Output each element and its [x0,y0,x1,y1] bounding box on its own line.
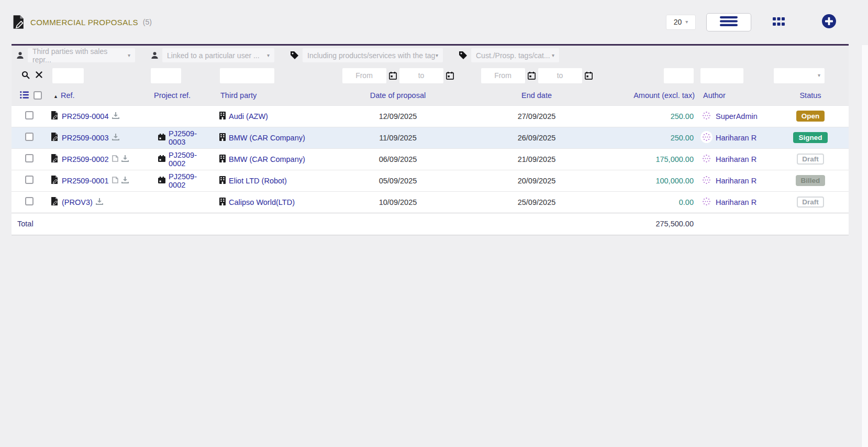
search-author-input[interactable] [700,68,743,83]
proposal-ref-link[interactable]: PR2509-0002 [62,155,109,163]
author-link[interactable]: Hariharan R [716,198,756,206]
author-link[interactable]: Hariharan R [716,134,756,142]
project-icon [158,134,165,142]
author-link[interactable]: Hariharan R [716,177,756,185]
filter-product-tag[interactable]: Including products/services with the tag… [303,48,443,62]
search-amount-input[interactable] [664,68,694,83]
row-checkbox[interactable] [25,176,34,184]
download-icon[interactable] [112,112,119,121]
project-ref-link[interactable]: PJ2509-0003 [169,129,202,146]
proposal-ref-link[interactable]: PR2509-0004 [62,112,109,121]
chevron-down-icon: ▾ [685,19,688,25]
project-ref-link[interactable]: PJ2509-0002 [169,172,202,189]
column-header-project-label: Project ref. [154,91,191,100]
calendar-icon[interactable] [446,72,454,80]
search-ref-input[interactable] [52,68,84,83]
row-checkbox[interactable] [25,133,34,141]
plus-icon [822,14,836,30]
row-checkbox[interactable] [25,154,34,162]
third-party-link[interactable]: Eliot LTD (Robot) [229,177,287,185]
kanban-view-button[interactable] [773,17,785,27]
avatar [700,110,713,123]
amount-excl-tax: 100,000.00 [605,170,696,191]
amount-excl-tax: 250.00 [605,105,696,127]
top-controls: 20 ▾ [666,13,836,31]
clear-search-icon[interactable] [36,71,42,80]
list-view-button[interactable] [706,13,751,31]
status-badge: Billed [796,175,826,186]
column-header-amount[interactable]: Amount (excl. tax) [605,86,696,105]
column-header-end-date[interactable]: End date [469,86,605,105]
chevron-down-icon: ▾ [818,73,820,78]
download-icon[interactable] [121,155,129,163]
column-header-ref[interactable]: ▲Ref. [47,86,151,105]
building-icon [219,155,226,164]
building-icon [219,176,226,186]
project-link-wrap: PJ2509-0002 [158,172,202,189]
search-status-select[interactable]: ▾ [774,68,825,83]
download-icon[interactable] [121,177,129,185]
proposal-date-to-input[interactable] [399,68,443,83]
proposal-date-from-input[interactable] [342,68,386,83]
proposal-title-icon [13,15,25,29]
total-row: Total 275,500.00 [12,213,849,235]
page-size-select[interactable]: 20 ▾ [666,15,696,30]
select-all-checkbox[interactable] [34,91,42,100]
proposals-table: ▾ ▲Ref. Project ref. Third p [12,65,849,235]
list-fields-icon[interactable] [20,91,29,100]
calendar-icon[interactable] [389,72,397,80]
end-date-to-input[interactable] [538,68,582,83]
column-header-third-party[interactable]: Third party [202,86,327,105]
proposal-ref-link[interactable]: PR2509-0001 [62,177,109,185]
author-link[interactable]: SuperAdmin [716,112,758,121]
create-new-button[interactable] [822,14,836,30]
table-header-row: ▲Ref. Project ref. Third party Date of p… [12,86,849,105]
building-icon [219,112,226,121]
column-header-author[interactable]: Author [696,86,772,105]
sort-asc-icon: ▲ [53,94,58,99]
row-checkbox[interactable] [25,111,34,119]
row-checkbox[interactable] [25,197,34,205]
third-party-link[interactable]: BMW (CAR Company) [229,134,305,142]
project-ref-link[interactable]: PJ2509-0002 [169,151,202,168]
filter-customer-tags[interactable]: Cust./Prosp. tags/cat... ▾ [471,48,559,62]
amount-excl-tax: 0.00 [605,191,696,213]
tag-icon [459,51,468,60]
search-icon[interactable] [21,71,30,81]
calendar-icon[interactable] [585,72,593,80]
proposal-date: 06/09/2025 [327,148,469,170]
column-header-date[interactable]: Date of proposal [327,86,469,105]
avatar [700,174,713,188]
calendar-icon[interactable] [528,72,536,80]
download-icon[interactable] [112,134,119,142]
amount-excl-tax: 250.00 [605,127,696,148]
user-icon [16,51,24,59]
search-third-party-input[interactable] [220,68,274,83]
column-header-status[interactable]: Status [772,86,849,105]
column-header-project[interactable]: Project ref. [151,86,202,105]
proposal-ref-link[interactable]: (PROV3) [62,198,93,206]
total-label: Total [12,213,605,235]
filter-linked-user[interactable]: Linked to a particular user ... ▾ [162,48,274,62]
record-count: (5) [143,18,152,26]
column-header-amount-label: Amount (excl. tax) [633,91,695,100]
proposal-icon [51,154,59,164]
topbar: COMMERCIAL PROPOSALS (5) 20 ▾ [0,0,868,44]
avatar [700,195,713,209]
download-icon[interactable] [96,198,103,206]
author-link[interactable]: Hariharan R [716,155,756,163]
proposal-ref-link[interactable]: PR2509-0003 [62,134,109,142]
avatar [700,152,713,166]
end-date-from-input[interactable] [481,68,525,83]
project-icon [158,177,165,185]
third-party-link[interactable]: BMW (CAR Company) [229,155,305,163]
project-link-wrap: PJ2509-0003 [158,129,202,146]
third-party-link[interactable]: Audi (AZW) [229,112,268,121]
scrollbar-track[interactable] [861,45,868,447]
search-project-input[interactable] [151,68,181,83]
proposal-date: 05/09/2025 [327,170,469,191]
amount-excl-tax: 175,000.00 [605,148,696,170]
page-title: COMMERCIAL PROPOSALS [30,18,138,27]
filter-sales-rep[interactable]: Third parties with sales repr... ▾ [28,48,135,62]
third-party-link[interactable]: Calipso World(LTD) [229,198,295,206]
